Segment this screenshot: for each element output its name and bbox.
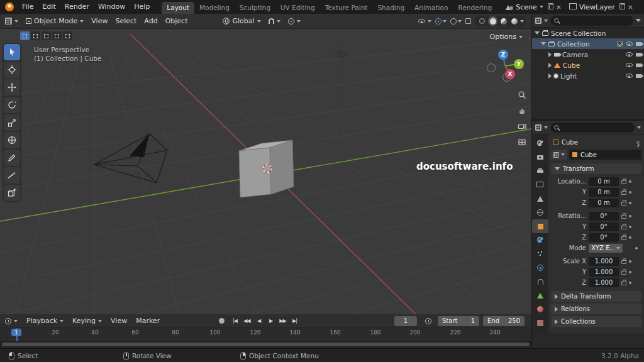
next-keyframe-button[interactable]: ▶▶ (277, 316, 288, 326)
rotation-x-input[interactable]: 0° (589, 212, 619, 221)
tab-shading[interactable]: Shading (372, 2, 409, 14)
lock-icon[interactable] (621, 271, 626, 275)
orientation-dropdown[interactable]: Global (219, 17, 264, 25)
xray-toggle-icon[interactable] (465, 18, 471, 24)
editor-type-button[interactable] (0, 18, 22, 25)
gizmo-neg-y-ball[interactable] (487, 64, 496, 72)
auto-keying-icon[interactable] (219, 318, 225, 324)
select-box-tool[interactable] (4, 44, 20, 60)
overlays-toggle[interactable] (450, 18, 462, 25)
hide-eye-icon[interactable] (626, 52, 633, 57)
menu-playback[interactable]: Playback (22, 317, 68, 325)
props-tab-texture[interactable] (532, 316, 548, 330)
lock-icon[interactable] (621, 260, 626, 264)
current-frame-field[interactable]: 1 (394, 316, 417, 326)
select-mode-new-button[interactable] (20, 31, 30, 40)
select-mode-invert-button[interactable] (52, 31, 62, 40)
chevron-down-icon[interactable] (544, 126, 548, 129)
object-browse-button[interactable] (551, 150, 567, 160)
camera-view-icon[interactable] (518, 122, 526, 131)
select-mode-extend-button[interactable] (31, 31, 40, 40)
pan-hand-icon[interactable] (518, 106, 526, 115)
pin-icon[interactable] (636, 141, 640, 144)
delta-transform-panel[interactable]: Delta Transform (551, 291, 641, 302)
disclosure-closed-icon[interactable] (548, 74, 552, 79)
props-tab-render[interactable] (532, 150, 548, 164)
menu-keying[interactable]: Keying (68, 317, 106, 325)
proportional-edit-toggle[interactable] (284, 18, 304, 25)
play-button[interactable]: ▶ (265, 316, 276, 326)
rotation-z-input[interactable]: 0° (589, 233, 619, 242)
outliner-row-light[interactable]: Light (532, 70, 644, 81)
menu-file[interactable]: File (18, 0, 38, 14)
outliner-row-collection[interactable]: Collection (532, 38, 644, 49)
animate-dot[interactable] (629, 215, 631, 217)
location-y-input[interactable]: 0 m (589, 188, 619, 197)
tab-sculpting[interactable]: Sculpting (235, 2, 275, 14)
options-button[interactable]: Options (485, 31, 528, 42)
props-tab-tool[interactable] (532, 136, 548, 150)
blender-logo-icon[interactable] (5, 3, 14, 11)
location-z-input[interactable]: 0 m (589, 199, 619, 207)
measure-tool[interactable] (4, 167, 20, 184)
render-visibility-icon[interactable] (636, 53, 641, 57)
close-icon[interactable] (556, 3, 562, 11)
frame-end-field[interactable]: End 250 (483, 316, 525, 326)
menu-render[interactable]: Render (60, 0, 94, 14)
mode-dropdown[interactable]: Object Mode (22, 17, 87, 25)
tab-layout[interactable]: Layout (162, 2, 194, 14)
animate-dot[interactable] (629, 236, 631, 239)
lock-icon[interactable] (621, 282, 626, 285)
scale-x-input[interactable]: 1.000 (589, 257, 619, 266)
animate-dot[interactable] (629, 282, 631, 284)
shading-material-button[interactable] (499, 16, 508, 26)
lock-icon[interactable] (621, 236, 626, 240)
lock-icon[interactable] (621, 215, 626, 219)
props-tab-world[interactable] (532, 206, 548, 219)
filter-funnel-icon[interactable] (636, 19, 641, 22)
outliner-search-input[interactable] (550, 16, 633, 26)
rotation-mode-dropdown[interactable]: XYZ E.. (589, 244, 623, 253)
animate-dot[interactable] (629, 271, 631, 273)
lock-icon[interactable] (621, 202, 626, 206)
snap-toggle[interactable] (265, 18, 284, 24)
filter-chevron-icon[interactable] (637, 126, 641, 129)
lock-icon[interactable] (621, 226, 626, 229)
move-tool[interactable] (4, 79, 20, 96)
hide-eye-icon[interactable] (626, 41, 633, 46)
light-object[interactable] (334, 47, 349, 143)
editor-type-button[interactable] (0, 318, 22, 324)
animate-dot[interactable] (629, 202, 631, 204)
chevron-down-icon[interactable] (544, 19, 548, 22)
ortho-grid-icon[interactable] (518, 138, 526, 146)
disclosure-closed-icon[interactable] (548, 63, 552, 68)
prev-keyframe-button[interactable]: ◀◀ (242, 316, 252, 326)
render-visibility-icon[interactable] (636, 74, 641, 78)
menu-select[interactable]: Select (111, 17, 140, 25)
jump-to-end-button[interactable]: ▶| (289, 316, 300, 326)
cursor-tool[interactable] (4, 62, 20, 78)
tab-rendering[interactable]: Rendering (453, 2, 497, 14)
menu-marker[interactable]: Marker (131, 317, 164, 325)
props-tab-object-data[interactable] (532, 288, 548, 302)
tab-texture-paint[interactable]: Texture Paint (320, 2, 373, 14)
navigation-gizmo[interactable]: Z Y X (481, 45, 525, 91)
menu-add[interactable]: Add (140, 17, 161, 25)
animate-dot[interactable] (635, 247, 638, 250)
select-mode-subtract-button[interactable] (42, 31, 51, 40)
props-tab-constraints[interactable] (532, 275, 548, 288)
use-preview-range-icon[interactable] (425, 318, 431, 324)
props-tab-scene[interactable] (532, 192, 548, 206)
visibility-dropdown[interactable] (418, 19, 431, 23)
rotation-y-input[interactable]: 0° (589, 222, 619, 231)
menu-view[interactable]: View (87, 17, 111, 25)
tab-uv-editing[interactable]: UV Editing (275, 2, 320, 14)
new-scene-icon[interactable] (549, 4, 553, 9)
animate-dot[interactable] (629, 226, 631, 228)
horizontal-scrollbar[interactable] (2, 343, 530, 346)
camera-object[interactable] (94, 134, 167, 183)
add-cube-tool[interactable] (4, 185, 20, 201)
editor-type-icon[interactable] (535, 124, 541, 131)
hide-eye-icon[interactable] (626, 63, 633, 67)
menu-window[interactable]: Window (94, 0, 130, 14)
